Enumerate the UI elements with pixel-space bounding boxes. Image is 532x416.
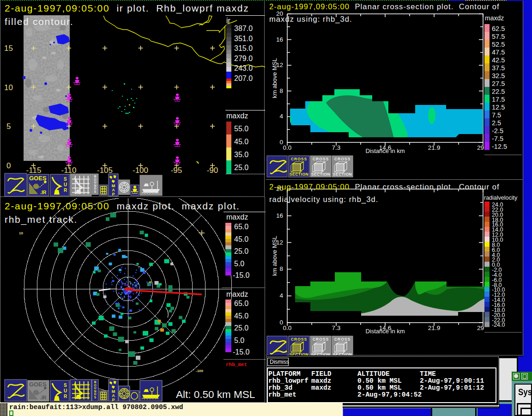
svg-text:SECTION: SECTION xyxy=(333,352,352,355)
svg-text:8: 8 xyxy=(279,87,283,94)
svg-text:R: R xyxy=(64,394,67,399)
svg-text:29: 29 xyxy=(477,324,484,331)
svg-text:S: S xyxy=(94,396,97,399)
svg-text:Distance in km: Distance in km xyxy=(365,147,405,154)
svg-text:-12.5: -12.5 xyxy=(492,143,507,150)
svg-text:.IR: .IR xyxy=(40,190,47,195)
svg-text:-24.0: -24.0 xyxy=(492,322,505,328)
svg-text:47.5: 47.5 xyxy=(492,49,505,56)
svg-text:27.5: 27.5 xyxy=(492,80,505,87)
svg-text:62.5: 62.5 xyxy=(492,25,505,32)
svg-text:GOES: GOES xyxy=(29,175,47,182)
svg-text:16: 16 xyxy=(276,36,283,43)
svg-text:29: 29 xyxy=(477,144,484,151)
svg-text:R: R xyxy=(64,188,67,193)
svg-text:17.5: 17.5 xyxy=(492,96,505,103)
svg-text:12.5: 12.5 xyxy=(492,104,505,111)
svg-text:maxdz: maxdz xyxy=(485,14,504,22)
svg-text:57.5: 57.5 xyxy=(492,33,505,40)
svg-text:CROSS: CROSS xyxy=(313,157,329,161)
svg-text:32.5: 32.5 xyxy=(492,72,505,80)
svg-text:SECTION: SECTION xyxy=(311,352,330,355)
svg-text:km above MSL: km above MSL xyxy=(271,236,278,276)
svg-text:S: S xyxy=(94,190,97,193)
svg-text:CROSS: CROSS xyxy=(291,337,307,342)
svg-text:CROSS: CROSS xyxy=(313,337,329,342)
svg-text:-7.5: -7.5 xyxy=(492,135,503,142)
svg-text:CROSS: CROSS xyxy=(334,337,351,342)
svg-text:P: P xyxy=(112,398,115,402)
svg-text:.IR: .IR xyxy=(40,395,47,400)
svg-text:4: 4 xyxy=(279,292,283,299)
svg-text:km above MSL: km above MSL xyxy=(271,58,278,98)
svg-text:22.5: 22.5 xyxy=(492,88,505,95)
svg-text:U: U xyxy=(64,388,67,393)
svg-text:SECTION: SECTION xyxy=(290,352,308,355)
svg-text:0.0: 0.0 xyxy=(283,324,292,331)
svg-text:7.3: 7.3 xyxy=(332,324,341,331)
svg-text:GOES: GOES xyxy=(29,381,47,388)
svg-text:S: S xyxy=(64,383,67,388)
svg-text:radialvelocity: radialvelocity xyxy=(484,195,518,201)
svg-text:7.3: 7.3 xyxy=(332,144,341,151)
svg-text:37.5: 37.5 xyxy=(492,64,505,72)
svg-text:-2.5: -2.5 xyxy=(492,127,503,135)
svg-text:8: 8 xyxy=(279,265,283,272)
svg-text:S: S xyxy=(64,177,67,182)
svg-text:0.0: 0.0 xyxy=(283,144,292,151)
svg-text:52.5: 52.5 xyxy=(492,41,505,48)
svg-text:U: U xyxy=(64,182,67,187)
svg-text:4: 4 xyxy=(279,113,283,120)
svg-text:16: 16 xyxy=(276,212,283,219)
svg-text:21.9: 21.9 xyxy=(428,324,440,331)
svg-text:7.5: 7.5 xyxy=(492,111,501,119)
svg-text:21.9: 21.9 xyxy=(428,144,440,151)
svg-text:P: P xyxy=(112,192,115,196)
svg-text:Distance in km: Distance in km xyxy=(365,328,405,335)
svg-text:CROSS: CROSS xyxy=(291,157,307,161)
svg-text:42.5: 42.5 xyxy=(492,56,505,64)
svg-text:CROSS: CROSS xyxy=(334,157,351,161)
svg-text:2.5: 2.5 xyxy=(492,119,501,127)
